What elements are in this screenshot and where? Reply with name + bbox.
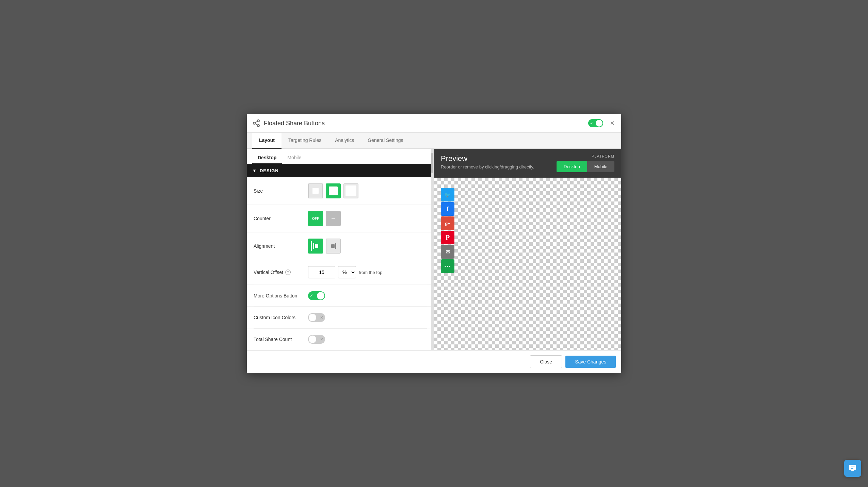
alignment-left-button[interactable] — [308, 239, 323, 254]
twitter-button[interactable]: 🐦 — [441, 188, 454, 201]
counter-controls: OFF — — [308, 211, 341, 226]
alignment-controls — [308, 239, 341, 254]
more-options-row: More Options Button ✓ — [247, 285, 434, 307]
pinterest-icon: P — [446, 234, 450, 242]
size-large-button[interactable] — [343, 183, 358, 198]
vertical-offset-row: Vertical Offset ? % px from the top — [247, 260, 434, 285]
gplus-button[interactable]: g+ — [441, 216, 454, 230]
modal-body: Desktop Mobile ▼ DESIGN Size — [247, 149, 621, 350]
left-panel: Desktop Mobile ▼ DESIGN Size — [247, 149, 434, 350]
svg-point-2 — [257, 125, 259, 127]
tab-analytics[interactable]: Analytics — [328, 133, 361, 149]
size-medium-button[interactable] — [326, 183, 341, 198]
tab-general-settings[interactable]: General Settings — [361, 133, 410, 149]
custom-icon-colors-row: Custom Icon Colors ✕ — [247, 307, 434, 328]
scrollbar[interactable] — [431, 149, 434, 350]
header-toggle[interactable]: ✓ — [588, 119, 603, 127]
counter-row: Counter OFF — — [247, 205, 434, 232]
svg-rect-7 — [335, 243, 336, 249]
facebook-icon: f — [447, 206, 449, 213]
svg-line-3 — [255, 124, 258, 125]
vertical-offset-input[interactable] — [308, 266, 335, 278]
right-panel: Preview Reorder or remove by clicking/dr… — [434, 149, 621, 350]
facebook-button[interactable]: f — [441, 202, 454, 216]
custom-icon-colors-toggle[interactable]: ✕ — [308, 313, 325, 322]
email-button[interactable]: ✉ — [441, 245, 454, 259]
sub-tabs: Desktop Mobile — [247, 149, 434, 164]
scrollbar-thumb — [431, 153, 433, 173]
svg-rect-6 — [315, 244, 318, 248]
counter-on-button[interactable]: — — [326, 211, 341, 226]
preview-title: Preview — [441, 154, 534, 163]
more-button[interactable]: ··· — [441, 259, 454, 273]
svg-rect-9 — [851, 467, 855, 467]
svg-rect-10 — [851, 468, 853, 469]
counter-off-button[interactable]: OFF — [308, 211, 323, 226]
size-row: Size — [247, 177, 434, 205]
modal-close-button[interactable]: × — [609, 117, 616, 129]
tab-targeting-rules[interactable]: Targeting Rules — [282, 133, 328, 149]
platform-desktop-button[interactable]: Desktop — [557, 161, 587, 172]
more-options-controls: ✓ — [308, 291, 325, 300]
platform-label: PLATFORM — [592, 154, 614, 158]
design-section-label: DESIGN — [260, 168, 279, 173]
chevron-down-icon: ▼ — [252, 168, 257, 173]
modal-header: Floated Share Buttons ✓ × — [247, 114, 621, 133]
preview-canvas: 🐦 f g+ P ✉ ··· — [434, 178, 621, 350]
preview-header: Preview Reorder or remove by clicking/dr… — [434, 149, 621, 178]
modal-footer: Close Save Changes — [247, 350, 621, 373]
sub-tab-mobile[interactable]: Mobile — [282, 152, 307, 164]
sub-tab-desktop[interactable]: Desktop — [252, 152, 282, 164]
vertical-offset-unit-select[interactable]: % px — [338, 266, 356, 278]
svg-rect-5 — [313, 243, 314, 249]
email-icon: ✉ — [446, 249, 450, 255]
size-small-button[interactable] — [308, 183, 323, 198]
alignment-right-button[interactable] — [326, 239, 341, 254]
design-section-header[interactable]: ▼ DESIGN — [247, 164, 434, 177]
total-share-count-controls: ✕ — [308, 335, 325, 344]
tab-layout[interactable]: Layout — [252, 133, 282, 149]
svg-line-4 — [255, 121, 258, 123]
platform-buttons: Desktop Mobile — [557, 161, 614, 172]
twitter-icon: 🐦 — [444, 192, 451, 198]
vertical-offset-label: Vertical Offset ? — [254, 270, 308, 275]
custom-icon-colors-controls: ✕ — [308, 313, 325, 322]
svg-point-1 — [253, 122, 255, 124]
more-options-toggle[interactable]: ✓ — [308, 291, 325, 300]
total-share-count-row: Total Share Count ✕ — [247, 329, 434, 350]
vertical-offset-help-icon[interactable]: ? — [285, 270, 291, 275]
svg-rect-8 — [331, 244, 335, 248]
counter-label: Counter — [254, 216, 308, 221]
total-share-count-label: Total Share Count — [254, 337, 308, 342]
custom-icon-colors-label: Custom Icon Colors — [254, 315, 308, 320]
more-icon: ··· — [444, 262, 451, 270]
close-button[interactable]: Close — [530, 355, 562, 368]
chat-button[interactable] — [844, 460, 861, 477]
alignment-row: Alignment — [247, 232, 434, 260]
modal-container: Floated Share Buttons ✓ × Layout Targeti… — [247, 114, 621, 373]
size-controls — [308, 183, 358, 198]
platform-controls: PLATFORM Desktop Mobile — [557, 154, 614, 172]
modal-title: Floated Share Buttons — [264, 120, 588, 127]
main-tabs: Layout Targeting Rules Analytics General… — [247, 133, 621, 149]
settings-content: ▼ DESIGN Size — [247, 164, 434, 350]
share-icon — [252, 119, 260, 127]
save-button[interactable]: Save Changes — [565, 356, 616, 368]
preview-info: Preview Reorder or remove by clicking/dr… — [441, 154, 534, 169]
size-label: Size — [254, 188, 308, 194]
platform-mobile-button[interactable]: Mobile — [587, 161, 614, 172]
vertical-offset-controls: % px from the top — [308, 266, 382, 278]
gplus-icon: g+ — [445, 221, 450, 226]
preview-subtitle: Reorder or remove by clicking/dragging d… — [441, 164, 534, 169]
svg-point-0 — [257, 120, 259, 122]
pinterest-button[interactable]: P — [441, 231, 454, 244]
total-share-count-toggle[interactable]: ✕ — [308, 335, 325, 344]
more-options-label: More Options Button — [254, 293, 308, 298]
social-buttons-preview: 🐦 f g+ P ✉ ··· — [441, 188, 454, 273]
alignment-label: Alignment — [254, 243, 308, 249]
vertical-offset-suffix: from the top — [359, 270, 382, 275]
